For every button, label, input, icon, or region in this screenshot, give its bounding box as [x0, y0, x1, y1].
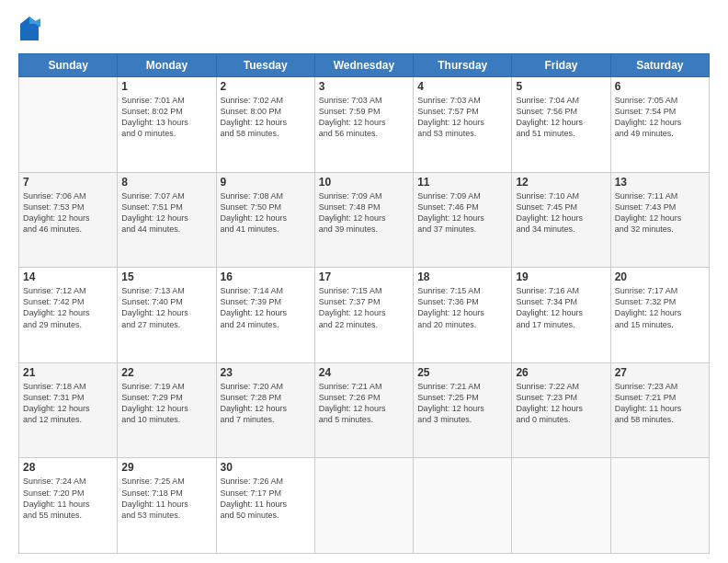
day-number: 22 — [121, 366, 211, 379]
day-number: 3 — [319, 80, 409, 93]
day-number: 26 — [516, 366, 606, 379]
day-info: Sunrise: 7:09 AM Sunset: 7:46 PM Dayligh… — [417, 190, 507, 236]
day-info: Sunrise: 7:15 AM Sunset: 7:37 PM Dayligh… — [319, 285, 409, 330]
day-info: Sunrise: 7:03 AM Sunset: 7:59 PM Dayligh… — [319, 95, 409, 140]
day-number: 28 — [23, 461, 113, 474]
table-row: 19Sunrise: 7:16 AM Sunset: 7:34 PM Dayli… — [512, 268, 610, 363]
table-row: 7Sunrise: 7:06 AM Sunset: 7:53 PM Daylig… — [19, 172, 118, 268]
calendar-week-row: 28Sunrise: 7:24 AM Sunset: 7:20 PM Dayli… — [19, 458, 710, 554]
day-info: Sunrise: 7:14 AM Sunset: 7:39 PM Dayligh… — [221, 285, 311, 330]
day-number: 6 — [615, 80, 705, 93]
calendar-week-row: 7Sunrise: 7:06 AM Sunset: 7:53 PM Daylig… — [19, 172, 710, 268]
day-info: Sunrise: 7:08 AM Sunset: 7:50 PM Dayligh… — [221, 190, 311, 236]
table-row: 30Sunrise: 7:26 AM Sunset: 7:17 PM Dayli… — [216, 458, 314, 554]
day-info: Sunrise: 7:20 AM Sunset: 7:28 PM Dayligh… — [221, 381, 311, 426]
day-number: 18 — [417, 270, 507, 283]
table-row — [414, 458, 512, 554]
day-info: Sunrise: 7:18 AM Sunset: 7:31 PM Dayligh… — [23, 381, 113, 426]
day-info: Sunrise: 7:13 AM Sunset: 7:40 PM Dayligh… — [121, 285, 211, 330]
table-row: 16Sunrise: 7:14 AM Sunset: 7:39 PM Dayli… — [216, 268, 314, 363]
header-wednesday: Wednesday — [314, 54, 413, 77]
table-row: 2Sunrise: 7:02 AM Sunset: 8:00 PM Daylig… — [216, 77, 314, 173]
table-row: 10Sunrise: 7:09 AM Sunset: 7:48 PM Dayli… — [314, 172, 413, 268]
day-number: 24 — [319, 366, 409, 379]
day-number: 23 — [221, 366, 311, 379]
table-row: 20Sunrise: 7:17 AM Sunset: 7:32 PM Dayli… — [610, 268, 709, 363]
header-tuesday: Tuesday — [216, 54, 314, 77]
logo — [18, 15, 44, 44]
logo-icon — [18, 15, 40, 44]
table-row: 17Sunrise: 7:15 AM Sunset: 7:37 PM Dayli… — [314, 268, 413, 363]
day-info: Sunrise: 7:24 AM Sunset: 7:20 PM Dayligh… — [23, 476, 113, 521]
table-row — [610, 458, 709, 554]
table-row: 25Sunrise: 7:21 AM Sunset: 7:25 PM Dayli… — [414, 362, 512, 458]
weekday-header-row: Sunday Monday Tuesday Wednesday Thursday… — [19, 54, 710, 77]
day-info: Sunrise: 7:25 AM Sunset: 7:18 PM Dayligh… — [121, 476, 211, 521]
header-friday: Friday — [512, 54, 610, 77]
day-number: 19 — [516, 270, 606, 283]
day-info: Sunrise: 7:23 AM Sunset: 7:21 PM Dayligh… — [615, 381, 705, 426]
table-row: 3Sunrise: 7:03 AM Sunset: 7:59 PM Daylig… — [314, 77, 413, 173]
day-info: Sunrise: 7:21 AM Sunset: 7:25 PM Dayligh… — [417, 381, 507, 426]
day-number: 1 — [121, 80, 211, 93]
day-number: 16 — [221, 270, 311, 283]
header-monday: Monday — [118, 54, 216, 77]
day-number: 14 — [23, 270, 113, 283]
day-info: Sunrise: 7:09 AM Sunset: 7:48 PM Dayligh… — [319, 190, 409, 236]
day-info: Sunrise: 7:01 AM Sunset: 8:02 PM Dayligh… — [121, 95, 211, 140]
table-row: 5Sunrise: 7:04 AM Sunset: 7:56 PM Daylig… — [512, 77, 610, 173]
calendar-week-row: 14Sunrise: 7:12 AM Sunset: 7:42 PM Dayli… — [19, 268, 710, 363]
day-number: 12 — [516, 176, 606, 189]
day-info: Sunrise: 7:05 AM Sunset: 7:54 PM Dayligh… — [615, 95, 705, 140]
day-info: Sunrise: 7:03 AM Sunset: 7:57 PM Dayligh… — [417, 95, 507, 140]
day-number: 4 — [417, 80, 507, 93]
day-info: Sunrise: 7:19 AM Sunset: 7:29 PM Dayligh… — [121, 381, 211, 426]
day-info: Sunrise: 7:15 AM Sunset: 7:36 PM Dayligh… — [417, 285, 507, 330]
table-row: 8Sunrise: 7:07 AM Sunset: 7:51 PM Daylig… — [118, 172, 216, 268]
day-number: 11 — [417, 176, 507, 189]
day-number: 29 — [121, 461, 211, 474]
day-info: Sunrise: 7:26 AM Sunset: 7:17 PM Dayligh… — [221, 476, 311, 521]
page: Sunday Monday Tuesday Wednesday Thursday… — [0, 0, 728, 563]
table-row: 14Sunrise: 7:12 AM Sunset: 7:42 PM Dayli… — [19, 268, 118, 363]
calendar-week-row: 1Sunrise: 7:01 AM Sunset: 8:02 PM Daylig… — [19, 77, 710, 173]
table-row — [314, 458, 413, 554]
table-row — [512, 458, 610, 554]
day-number: 5 — [516, 80, 606, 93]
table-row — [19, 77, 118, 173]
table-row: 29Sunrise: 7:25 AM Sunset: 7:18 PM Dayli… — [118, 458, 216, 554]
day-info: Sunrise: 7:06 AM Sunset: 7:53 PM Dayligh… — [23, 190, 113, 236]
table-row: 23Sunrise: 7:20 AM Sunset: 7:28 PM Dayli… — [216, 362, 314, 458]
day-number: 27 — [615, 366, 705, 379]
table-row: 26Sunrise: 7:22 AM Sunset: 7:23 PM Dayli… — [512, 362, 610, 458]
table-row: 27Sunrise: 7:23 AM Sunset: 7:21 PM Dayli… — [610, 362, 709, 458]
day-number: 13 — [615, 176, 705, 189]
table-row: 15Sunrise: 7:13 AM Sunset: 7:40 PM Dayli… — [118, 268, 216, 363]
day-info: Sunrise: 7:11 AM Sunset: 7:43 PM Dayligh… — [615, 190, 705, 236]
day-number: 15 — [121, 270, 211, 283]
table-row: 12Sunrise: 7:10 AM Sunset: 7:45 PM Dayli… — [512, 172, 610, 268]
calendar-table: Sunday Monday Tuesday Wednesday Thursday… — [18, 53, 710, 554]
day-info: Sunrise: 7:16 AM Sunset: 7:34 PM Dayligh… — [516, 285, 606, 330]
day-number: 30 — [221, 461, 311, 474]
day-info: Sunrise: 7:10 AM Sunset: 7:45 PM Dayligh… — [516, 190, 606, 236]
table-row: 18Sunrise: 7:15 AM Sunset: 7:36 PM Dayli… — [414, 268, 512, 363]
table-row: 13Sunrise: 7:11 AM Sunset: 7:43 PM Dayli… — [610, 172, 709, 268]
day-info: Sunrise: 7:02 AM Sunset: 8:00 PM Dayligh… — [221, 95, 311, 140]
day-info: Sunrise: 7:17 AM Sunset: 7:32 PM Dayligh… — [615, 285, 705, 330]
day-number: 21 — [23, 366, 113, 379]
day-number: 25 — [417, 366, 507, 379]
day-info: Sunrise: 7:22 AM Sunset: 7:23 PM Dayligh… — [516, 381, 606, 426]
table-row: 22Sunrise: 7:19 AM Sunset: 7:29 PM Dayli… — [118, 362, 216, 458]
table-row: 24Sunrise: 7:21 AM Sunset: 7:26 PM Dayli… — [314, 362, 413, 458]
day-info: Sunrise: 7:07 AM Sunset: 7:51 PM Dayligh… — [121, 190, 211, 236]
day-info: Sunrise: 7:21 AM Sunset: 7:26 PM Dayligh… — [319, 381, 409, 426]
day-info: Sunrise: 7:12 AM Sunset: 7:42 PM Dayligh… — [23, 285, 113, 330]
day-number: 2 — [221, 80, 311, 93]
table-row: 21Sunrise: 7:18 AM Sunset: 7:31 PM Dayli… — [19, 362, 118, 458]
day-number: 20 — [615, 270, 705, 283]
day-number: 17 — [319, 270, 409, 283]
day-number: 8 — [121, 176, 211, 189]
day-number: 10 — [319, 176, 409, 189]
day-number: 7 — [23, 176, 113, 189]
